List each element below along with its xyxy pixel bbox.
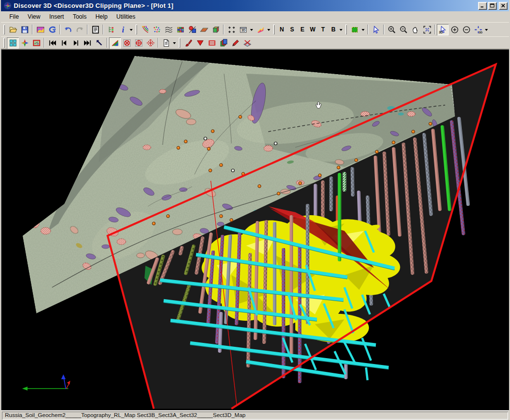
- clip-triangle-icon: [196, 39, 204, 47]
- voxel-cube-button[interactable]: [210, 24, 222, 35]
- clip-cut-plane-button[interactable]: [241, 37, 253, 49]
- 3d-viewport[interactable]: [1, 49, 510, 410]
- multi-view-button[interactable]: [226, 24, 237, 35]
- map-views-button[interactable]: [34, 24, 46, 35]
- last-section-button[interactable]: [82, 37, 93, 49]
- select-3d-button[interactable]: 3D: [437, 24, 449, 35]
- last-section-icon: [84, 39, 92, 47]
- view-south-button[interactable]: S: [287, 24, 297, 35]
- layer-tree-button[interactable]: [105, 24, 117, 35]
- window-3d-button[interactable]: 3D: [237, 24, 249, 35]
- section-ball-icon: [188, 26, 197, 34]
- select-arrow-button[interactable]: [370, 24, 382, 35]
- view-north-button[interactable]: N: [277, 24, 287, 35]
- view-west-button[interactable]: W: [308, 24, 318, 35]
- clip-target-button[interactable]: [133, 37, 144, 49]
- info-dropdown[interactable]: [129, 24, 134, 35]
- layer-tree-icon: [107, 26, 115, 34]
- menu-view[interactable]: View: [23, 12, 45, 22]
- pick-section-button[interactable]: [93, 37, 105, 49]
- menu-file[interactable]: File: [5, 12, 23, 22]
- clip-pen-button[interactable]: [229, 37, 241, 49]
- menu-tools[interactable]: Tools: [68, 12, 91, 22]
- save-button[interactable]: [19, 24, 30, 35]
- menu-help[interactable]: Help: [91, 12, 112, 22]
- gridded-surface-icon: [200, 26, 208, 34]
- clipping-plane-button[interactable]: [109, 37, 121, 49]
- window-3d-dropdown[interactable]: [249, 24, 254, 35]
- voxel-display-button[interactable]: [174, 24, 186, 35]
- multi-view-icon: [227, 26, 236, 34]
- toolbar-grip[interactable]: [273, 25, 275, 34]
- menu-utilities[interactable]: Utilities: [112, 12, 140, 22]
- pan-button[interactable]: [409, 24, 421, 35]
- info-icon: i: [119, 26, 127, 34]
- clip-triangle-button[interactable]: [194, 37, 206, 49]
- point-display-icon: [153, 26, 161, 34]
- view-bottom-button[interactable]: B: [328, 24, 339, 35]
- maximize-icon: [490, 3, 495, 8]
- section-views-button[interactable]: [46, 24, 58, 35]
- clip-region-dropdown[interactable]: [361, 24, 366, 35]
- clip-brush-icon: [184, 39, 193, 47]
- title-bar[interactable]: Discover 3D <Discover3D Clipping Plane> …: [1, 0, 509, 11]
- drillhole-trace: [338, 173, 341, 261]
- toolbar-grip[interactable]: [3, 38, 5, 48]
- next-section-button[interactable]: [70, 37, 82, 49]
- zoom-out-3d-icon: [462, 26, 471, 34]
- zoom-out-3d-button[interactable]: [460, 24, 472, 35]
- view-east-button[interactable]: E: [297, 24, 308, 35]
- undo-button[interactable]: [62, 24, 74, 35]
- previous-section-button[interactable]: [58, 37, 70, 49]
- import-data-dropdown[interactable]: [266, 24, 271, 35]
- point-display-button[interactable]: [151, 24, 163, 35]
- tile-windows-button[interactable]: [7, 37, 19, 49]
- clip-diamond-button[interactable]: [144, 37, 156, 49]
- gridded-surface-button[interactable]: [198, 24, 210, 35]
- import-data-button[interactable]: [255, 24, 266, 35]
- window-controls: [478, 2, 508, 10]
- maximize-button[interactable]: [488, 2, 497, 10]
- toolbar-separator: [59, 25, 60, 34]
- toolbar-clipping: [1, 36, 509, 49]
- toolbar-grip[interactable]: [3, 25, 5, 34]
- select-3d-icon: 3D: [439, 26, 447, 34]
- section-document-dropdown[interactable]: [172, 37, 177, 49]
- zoom-out-button[interactable]: [397, 24, 409, 35]
- view-direction-dropdown[interactable]: [339, 24, 343, 35]
- surface-display-button[interactable]: [163, 24, 174, 35]
- clipping-plane-icon: [111, 39, 119, 47]
- report-button[interactable]: [89, 24, 101, 35]
- open-button[interactable]: [7, 24, 19, 35]
- map-views-icon: [36, 26, 45, 34]
- info-button[interactable]: i: [117, 24, 129, 35]
- clip-region-button[interactable]: [349, 24, 361, 35]
- minimize-button[interactable]: [478, 2, 487, 10]
- zoom-extents-button[interactable]: [421, 24, 433, 35]
- toolbar-grip[interactable]: [136, 25, 137, 34]
- voxel-cube-icon: [212, 26, 220, 34]
- drillhole-display-button[interactable]: [139, 24, 151, 35]
- section-views-icon: [48, 26, 57, 34]
- clip-box-button[interactable]: [206, 37, 218, 49]
- overlay-views-button[interactable]: [19, 37, 30, 49]
- redo-button: [74, 24, 85, 35]
- toolbar-grip[interactable]: [179, 38, 180, 48]
- view-top-button[interactable]: T: [318, 24, 328, 35]
- map-window-button[interactable]: [30, 37, 42, 49]
- first-section-button[interactable]: [46, 37, 58, 49]
- toolbar-grip[interactable]: [345, 25, 347, 34]
- recenter-3d-dropdown[interactable]: [484, 24, 489, 35]
- zoom-in-button[interactable]: [386, 24, 397, 35]
- toolbar-separator: [44, 38, 45, 48]
- close-button[interactable]: [499, 2, 508, 10]
- clip-disable-button[interactable]: [121, 37, 133, 49]
- zoom-in-3d-button[interactable]: [449, 24, 460, 35]
- clip-target-icon: [135, 39, 143, 47]
- section-ball-button[interactable]: [186, 24, 198, 35]
- menu-insert[interactable]: Insert: [45, 12, 68, 22]
- recenter-3d-button[interactable]: 3D: [472, 24, 484, 35]
- section-document-button[interactable]: [160, 37, 172, 49]
- clip-brush-button[interactable]: [182, 37, 194, 49]
- clip-layers-button[interactable]: [218, 37, 229, 49]
